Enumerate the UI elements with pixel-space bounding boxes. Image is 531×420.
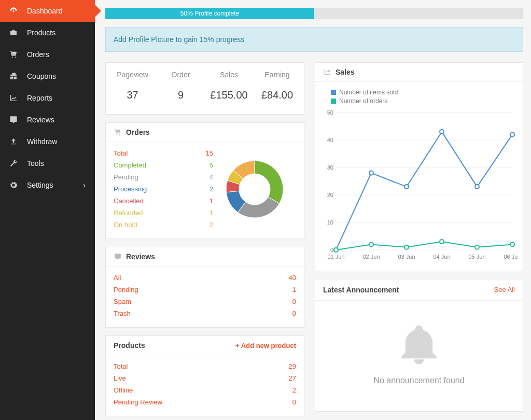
cart-icon [9, 50, 21, 59]
svg-text:04 Jun: 04 Jun [433, 254, 450, 260]
svg-point-34 [475, 245, 479, 249]
sales-panel: Sales Number of items soldNumber of orde… [315, 62, 523, 271]
list-item[interactable]: Pending1 [114, 284, 296, 296]
svg-text:0: 0 [330, 247, 333, 253]
svg-text:20: 20 [327, 192, 333, 198]
cart-icon [114, 129, 122, 136]
stat-pageview: Pageview37 [108, 71, 157, 101]
briefcase-icon [9, 29, 21, 37]
sidebar-item-label: Reviews [27, 116, 54, 124]
list-item[interactable]: Trash0 [114, 307, 296, 319]
sidebar-item-label: Products [27, 29, 55, 37]
products-panel: Products + Add new product Total29Live27… [105, 335, 304, 416]
products-panel-title: Products [114, 341, 145, 349]
wrench-icon [9, 159, 21, 167]
stat-sales: Sales£155.00 [205, 71, 253, 101]
svg-point-32 [404, 245, 409, 249]
svg-text:03 Jun: 03 Jun [398, 254, 415, 260]
svg-text:50: 50 [327, 109, 333, 116]
svg-point-31 [369, 242, 373, 246]
list-item[interactable]: Completed5 [114, 159, 213, 171]
sidebar-item-settings[interactable]: Settings› [0, 174, 95, 196]
dashboard-icon [9, 7, 21, 15]
sidebar: DashboardProductsOrdersCouponsReportsRev… [0, 0, 95, 420]
sidebar-item-coupons[interactable]: Coupons [0, 65, 95, 87]
orders-panel: Orders Total15Completed5Pending4Processi… [105, 122, 304, 239]
svg-point-2 [12, 57, 13, 58]
sidebar-item-products[interactable]: Products [0, 22, 95, 44]
list-item[interactable]: Live27 [114, 372, 296, 384]
legend-item: Number of items sold [331, 89, 518, 96]
sidebar-item-label: Tools [27, 159, 44, 167]
chart-icon [9, 94, 21, 102]
svg-point-35 [510, 242, 514, 246]
sidebar-item-reports[interactable]: Reports [0, 87, 95, 109]
announcement-see-all-link[interactable]: See All [494, 286, 515, 294]
chart-icon [323, 68, 331, 76]
svg-point-33 [440, 240, 444, 244]
svg-text:01 Jun: 01 Jun [327, 254, 344, 260]
comment-icon [114, 253, 122, 260]
list-item[interactable]: Pending4 [114, 171, 213, 183]
stats-panel: Pageview37Order9Sales£155.00Earning£84.0… [105, 62, 304, 115]
bell-icon [396, 321, 442, 368]
sales-panel-title: Sales [336, 68, 355, 76]
gear-icon [9, 181, 21, 189]
stat-earning: Earning£84.00 [253, 71, 301, 101]
profile-progress: 50% Profile complete [105, 8, 523, 19]
sidebar-item-orders[interactable]: Orders [0, 44, 95, 65]
list-item[interactable]: Cancelled1 [114, 195, 213, 207]
add-product-link[interactable]: + Add new product [235, 342, 296, 349]
reviews-panel: Reviews All40Pending1Spam0Trash0 [105, 247, 304, 328]
svg-point-4 [116, 134, 117, 135]
profile-progress-bar: 50% Profile complete [105, 8, 314, 19]
list-item[interactable]: Processing2 [114, 183, 213, 195]
svg-point-26 [404, 185, 409, 189]
list-item[interactable]: Total15 [114, 147, 213, 159]
orders-donut-chart [213, 147, 296, 231]
svg-text:02 Jun: 02 Jun [362, 254, 380, 260]
main-content: 50% Profile complete Add Profile Picture… [95, 0, 531, 420]
sidebar-item-label: Orders [27, 50, 49, 59]
sidebar-item-label: Reports [27, 94, 52, 102]
sidebar-item-label: Withdraw [27, 137, 57, 146]
svg-text:40: 40 [327, 137, 333, 143]
svg-text:10: 10 [327, 219, 333, 226]
comment-icon [9, 116, 21, 124]
sidebar-item-tools[interactable]: Tools [0, 152, 95, 174]
svg-text:05 Jun: 05 Jun [468, 254, 485, 260]
list-item[interactable]: Refunded1 [114, 207, 213, 219]
svg-point-28 [475, 185, 479, 189]
svg-point-30 [334, 248, 338, 252]
svg-point-27 [440, 130, 444, 134]
sidebar-item-withdraw[interactable]: Withdraw [0, 131, 95, 152]
profile-hint-banner: Add Profile Picture to gain 15% progress [105, 27, 523, 52]
list-item[interactable]: Spam0 [114, 296, 296, 307]
announcement-panel: Latest Announcement See All No announcem… [315, 279, 523, 412]
list-item[interactable]: Pending Review0 [114, 396, 296, 408]
sales-line-chart: 0102030405001 Jun02 Jun03 Jun04 Jun05 Ju… [320, 107, 518, 263]
svg-text:06 Jun: 06 Jun [504, 254, 518, 260]
sidebar-item-label: Settings [27, 181, 53, 189]
list-item[interactable]: Offline2 [114, 384, 296, 396]
chevron-right-icon: › [83, 181, 86, 189]
stat-order: Order9 [157, 71, 205, 101]
list-item[interactable]: Total29 [114, 360, 296, 372]
list-item[interactable]: All40 [114, 272, 296, 284]
reviews-panel-title: Reviews [126, 253, 155, 261]
legend-item: Number of orders [331, 97, 518, 105]
announcement-title: Latest Announcement [323, 286, 399, 294]
list-item[interactable]: On hold2 [114, 219, 213, 231]
announcement-empty-text: No announcement found [326, 376, 512, 385]
gift-icon [9, 72, 21, 80]
svg-point-25 [369, 171, 373, 175]
sidebar-item-dashboard[interactable]: Dashboard [0, 0, 95, 22]
orders-panel-title: Orders [126, 128, 150, 136]
svg-text:30: 30 [327, 164, 333, 171]
profile-hint-link[interactable]: Add Profile Picture to gain 15% progress [114, 35, 244, 44]
sidebar-item-reviews[interactable]: Reviews [0, 109, 95, 131]
sidebar-item-label: Coupons [27, 72, 56, 80]
svg-rect-1 [13, 9, 13, 11]
svg-point-5 [119, 134, 120, 135]
svg-point-3 [15, 57, 16, 58]
